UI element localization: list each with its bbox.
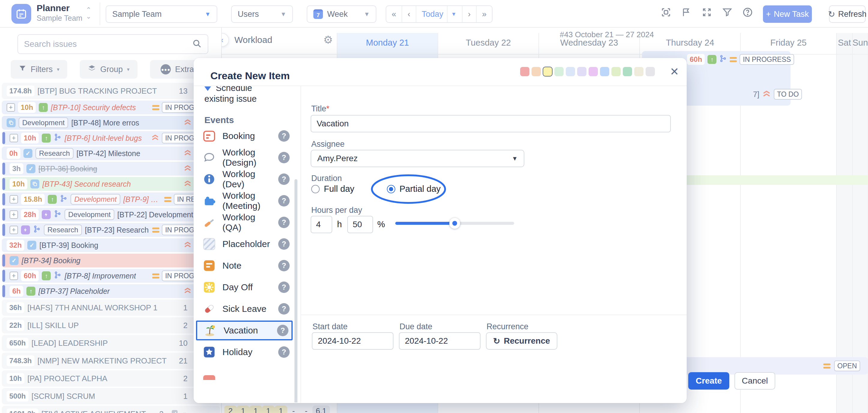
issue-row[interactable]: 0h✓Research[BTP-42] Milestone	[2, 147, 220, 160]
issue-row[interactable]: +Research[BTP-23] ResearchIN PROGRESS	[2, 223, 220, 237]
color-swatch[interactable]	[611, 67, 621, 76]
event-type-design[interactable]: Worklog (Design)?	[196, 147, 292, 168]
project-row[interactable]: 650h[LEAD] LEADERSHIP10	[2, 335, 220, 351]
help-icon[interactable]: ?	[277, 325, 288, 336]
view-mode-selector[interactable]: Users▼	[231, 5, 293, 23]
fullscreen-icon[interactable]	[701, 7, 713, 18]
event-type-dev[interactable]: Worklog (Dev)?	[196, 168, 292, 190]
partial-day-radio[interactable]: Partial day	[387, 184, 441, 194]
slider-handle[interactable]	[449, 218, 460, 229]
color-swatch[interactable]	[589, 67, 598, 76]
event-type-qa[interactable]: Worklog (QA)?	[196, 212, 292, 233]
day-header[interactable]: Sat	[836, 38, 852, 48]
color-swatch[interactable]	[646, 67, 655, 76]
today-button[interactable]: Today▼	[416, 6, 463, 22]
event-type-partial[interactable]	[196, 363, 292, 384]
issue-row[interactable]: +28hDevelopment[BTP-22] Development	[2, 208, 220, 222]
radio-on-icon[interactable]	[387, 185, 395, 193]
create-button[interactable]: Create	[688, 372, 729, 390]
assignee-select[interactable]: Amy.Perez▼	[311, 150, 524, 167]
project-row[interactable]: 22h[ILL] SKILL UP2	[2, 317, 220, 333]
day-header[interactable]: Tuesday 22	[438, 38, 539, 48]
event-type-placeholder[interactable]: Placeholder?	[196, 233, 292, 255]
percent-input[interactable]	[347, 216, 373, 233]
help-icon[interactable]: ?	[278, 346, 290, 358]
scrollbar-thumb[interactable]	[294, 179, 298, 403]
jump-back-button[interactable]: «	[386, 6, 402, 22]
expand-icon[interactable]: +	[10, 195, 18, 203]
issue-row[interactable]: 10h[BTP-43] Second research	[2, 177, 220, 191]
day-header-active[interactable]: Monday 21	[337, 38, 438, 48]
expand-icon[interactable]: +	[10, 134, 18, 142]
project-row[interactable]: 1691.2h[TIV] ACTIVE ACHIEVEMENT2	[2, 406, 220, 413]
project-row[interactable]: 10h[PA] PROJECT ALPHA2	[2, 370, 220, 387]
help-icon[interactable]: ?	[278, 260, 290, 271]
hours-input[interactable]	[311, 216, 332, 233]
gear-icon[interactable]: ⚙	[323, 34, 333, 46]
day-header[interactable]: Friday 25	[740, 38, 836, 48]
switch-team-icon[interactable]: ⌃⌄	[86, 7, 91, 20]
planner-logo[interactable]	[11, 4, 31, 24]
search-icon[interactable]	[192, 39, 202, 50]
event-type-dayoff[interactable]: Day Off?	[196, 277, 292, 298]
color-swatch[interactable]	[577, 67, 586, 76]
event-type-note[interactable]: Note?	[196, 255, 292, 277]
filter-funnel-icon[interactable]	[721, 7, 733, 18]
project-row[interactable]: 36h[HAFS] 7TH ANNUAL WORKSHOP 11	[2, 299, 220, 316]
help-icon[interactable]: ?	[278, 217, 290, 228]
help-icon[interactable]: ?	[278, 152, 290, 163]
color-swatch[interactable]	[623, 67, 632, 76]
color-swatch[interactable]	[554, 67, 564, 76]
color-swatch[interactable]	[543, 67, 552, 76]
event-type-booking[interactable]: Booking?	[196, 125, 292, 147]
expand-icon[interactable]: +	[10, 211, 18, 219]
close-icon[interactable]: ✕	[669, 66, 680, 78]
issue-row[interactable]: 3h✓[BTP-36] Booking	[2, 162, 220, 176]
help-icon[interactable]: ?	[278, 130, 290, 142]
issue-row[interactable]: Development[BTP-48] More erros	[2, 116, 220, 130]
expand-icon[interactable]: +	[10, 272, 18, 280]
search-box[interactable]	[18, 34, 208, 54]
radio-off-icon[interactable]	[311, 185, 320, 193]
title-input[interactable]	[311, 115, 671, 132]
help-icon[interactable]: ?	[278, 173, 290, 185]
group-button[interactable]: Group▾	[80, 60, 137, 78]
issue-row[interactable]: ✓[BTP-34] Booking	[2, 254, 220, 267]
start-date-input[interactable]	[312, 332, 394, 350]
day-header[interactable]: Thursday 24	[640, 38, 740, 48]
color-swatch[interactable]	[600, 67, 609, 76]
event-type-meeting[interactable]: Worklog (Meeting)?	[196, 190, 292, 212]
help-icon[interactable]	[742, 7, 753, 18]
recurrence-button[interactable]: ↻Recurrence	[486, 332, 557, 350]
color-swatch[interactable]	[520, 67, 529, 76]
team-selector[interactable]: Sample Team▼	[106, 5, 217, 23]
color-swatch[interactable]	[566, 67, 575, 76]
caret-down-icon[interactable]	[182, 409, 188, 413]
issue-row[interactable]: +10h↑[BTP-10] Security defectsIN PROGRES…	[2, 100, 220, 114]
issue-row[interactable]: 32h✓[BTP-39] Booking	[2, 238, 220, 252]
capture-screenshot-icon[interactable]	[660, 7, 672, 18]
refresh-button[interactable]: ↻ Refresh	[829, 5, 866, 23]
color-swatch[interactable]	[634, 67, 644, 76]
color-swatch[interactable]	[531, 67, 541, 76]
issue-row[interactable]: 6h↑[BTP-37] Placeholder	[2, 284, 220, 298]
expand-icon[interactable]: +	[10, 226, 18, 234]
project-row[interactable]: 174.8h[BTP] BUG TRACKING PROJECT13	[2, 83, 220, 99]
percent-slider[interactable]	[395, 222, 514, 225]
issue-row[interactable]: +10h↑[BTP-6] Unit-level bugsIN PROGRESS	[2, 131, 220, 145]
help-icon[interactable]: ?	[278, 195, 290, 206]
expand-icon[interactable]: +	[7, 103, 15, 112]
jump-forward-button[interactable]: »	[476, 6, 492, 22]
event-type-holiday[interactable]: Holiday?	[196, 341, 292, 363]
cancel-button[interactable]: Cancel	[735, 372, 775, 390]
schedule-existing-issue-item[interactable]: Schedule existing issue	[205, 86, 279, 104]
issue-row[interactable]: +15.8h↑Development[BTP-9] Syntax er...IN…	[2, 192, 220, 206]
event-type-vacation-selected[interactable]: Vacation?	[196, 321, 292, 340]
flag-icon[interactable]	[681, 7, 692, 18]
day-header[interactable]: Sun	[852, 38, 868, 48]
today-dropdown-icon[interactable]: ▼	[447, 5, 457, 23]
next-button[interactable]: ›	[463, 6, 476, 22]
help-icon[interactable]: ?	[278, 282, 290, 293]
help-icon[interactable]: ?	[278, 238, 290, 250]
search-input[interactable]	[24, 39, 192, 49]
